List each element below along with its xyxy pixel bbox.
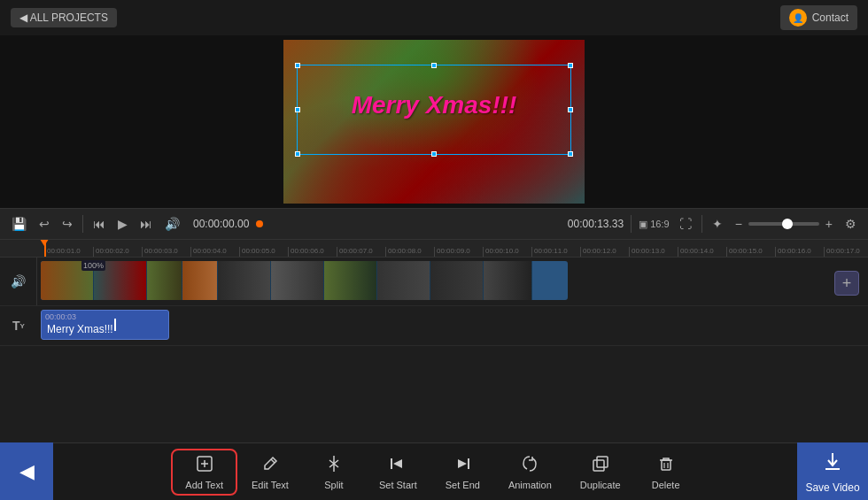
zoom-slider[interactable] [748,222,819,226]
delete-label: Delete [652,480,680,490]
ratio-icon: ▣ [639,219,647,230]
ruler-mark: 00:00:10.0 [483,247,531,257]
settings-button[interactable]: ⚙ [842,214,859,234]
back-side-button[interactable]: ◀ [0,442,53,500]
ruler-mark: 00:00:04.0 [190,247,239,257]
playhead-dot [256,220,263,227]
set-start-label: Set Start [379,480,417,490]
set-start-icon [388,454,407,476]
bottom-toolbar: ◀ Add Text Edit Text [0,442,868,500]
text-track-content: 00:00:03 Merry Xmas!!! [37,306,868,345]
save-video-label: Save Video [805,481,859,494]
video-thumb-5 [218,261,271,300]
preview-text-overlay: Merry Xmas!!! [352,91,517,119]
play-button[interactable]: ▶ [115,214,130,234]
delete-icon [656,454,676,476]
zoom-thumb [782,219,793,229]
playhead-line[interactable] [44,240,46,257]
delete-button[interactable]: Delete [635,449,697,496]
duplicate-icon [591,454,610,476]
skip-end-button[interactable]: ⏭ [137,214,155,234]
add-track-button[interactable]: + [834,271,859,296]
zoom-plus-button[interactable]: + [823,214,835,234]
fullscreen-button[interactable]: ⛶ [677,214,694,234]
video-thumb-8 [377,261,430,300]
svg-line-3 [271,459,275,463]
set-end-label: Set End [446,480,480,490]
contact-label: Contact [812,12,849,24]
text-track-row: TY 00:00:03 Merry Xmas!!! [0,306,868,346]
ruler-mark: 00:00:08.0 [385,247,434,257]
edit-text-button[interactable]: Edit Text [237,449,303,496]
timeline-area: 00:00:01.0 00:00:02.0 00:00:03.0 00:00:0… [0,240,868,443]
video-track-label: 🔊 [0,258,37,305]
video-track-strip[interactable] [41,261,568,300]
ruler-mark: 00:00:06.0 [288,247,337,257]
undo-button[interactable]: ↩ [36,214,52,234]
redo-button[interactable]: ↪ [59,214,75,234]
svg-marker-8 [458,459,467,468]
tracks-container: 🔊 00:00:13 100% + [0,258,868,346]
add-text-label: Add Text [185,480,223,490]
ruler-mark: 00:00:03.0 [142,247,190,257]
ruler-mark: 00:00:02.0 [93,247,142,257]
ruler-mark: 00:00:13.0 [629,247,678,257]
back-button[interactable]: ◀ ALL PROJECTS [11,8,117,27]
video-thumb-7 [324,261,377,300]
ruler-mark: 00:00:17.0 [824,247,868,257]
text-cursor [114,319,116,331]
set-end-button[interactable]: Set End [431,449,494,496]
svg-rect-10 [597,457,608,467]
divider-1 [82,215,83,233]
ruler-mark: 00:00:07.0 [337,247,385,257]
ruler-mark: 00:00:14.0 [678,247,726,257]
ruler-mark: 00:00:12.0 [580,247,629,257]
volume-icon[interactable]: 🔊 [11,274,26,288]
back-icon: ◀ [19,460,35,483]
enhance-button[interactable]: ✦ [709,214,725,234]
bottom-tool-group: Add Text Edit Text Split [171,449,696,496]
timecode-end: 00:00:13.33 [568,218,624,230]
top-bar: ◀ ALL PROJECTS 👤 Contact [0,0,868,35]
ruler-mark: 00:00:01.0 [44,247,93,257]
video-thumb-4 [182,261,218,300]
add-text-icon [195,454,214,476]
toolbar-right: 00:00:13.33 ▣ 16:9 ⛶ ✦ − + ⚙ [568,214,859,234]
video-track-content: 00:00:13 100% + [37,258,868,305]
contact-button[interactable]: 👤 Contact [780,5,857,30]
timeline-ruler: 00:00:01.0 00:00:02.0 00:00:03.0 00:00:0… [0,240,868,258]
save-video-button[interactable]: Save Video [797,442,868,500]
skip-start-button[interactable]: ⏮ [90,214,108,234]
split-icon [324,454,344,476]
timecode-current: 00:00:00.00 [193,218,249,230]
set-start-button[interactable]: Set Start [365,449,431,496]
ruler-mark: 00:00:15.0 [726,247,775,257]
volume-button[interactable]: 🔊 [162,214,182,234]
animation-label: Animation [508,480,552,490]
ruler-mark: 00:00:09.0 [434,247,483,257]
editor-toolbar: 💾 ↩ ↪ ⏮ ▶ ⏭ 🔊 00:00:00.00 00:00:13.33 ▣ … [0,208,868,240]
duplicate-label: Duplicate [580,480,621,490]
save-button[interactable]: 💾 [9,214,29,234]
duplicate-button[interactable]: Duplicate [566,449,635,496]
text-clip[interactable]: 00:00:03 Merry Xmas!!! [41,310,169,340]
svg-marker-6 [393,459,402,468]
zoom-minus-button[interactable]: − [732,214,745,234]
video-track-row: 🔊 00:00:13 100% + [0,258,868,306]
edit-text-icon [260,454,280,476]
add-text-button[interactable]: Add Text [171,449,237,496]
divider-3 [701,215,702,233]
playhead-triangle [40,240,49,246]
video-thumb-3 [147,261,182,300]
save-video-icon [821,450,844,478]
set-end-icon [453,454,472,476]
animation-button[interactable]: Animation [494,449,566,496]
text-track-type-label: TY [0,319,37,333]
aspect-ratio-badge: ▣ 16:9 [639,219,669,230]
animation-icon [520,454,539,476]
zoom-slider-wrap: − + [732,214,835,234]
divider-2 [631,215,632,233]
video-thumb-10 [484,261,532,300]
ruler-mark: 00:00:16.0 [775,247,824,257]
split-button[interactable]: Split [303,449,365,496]
